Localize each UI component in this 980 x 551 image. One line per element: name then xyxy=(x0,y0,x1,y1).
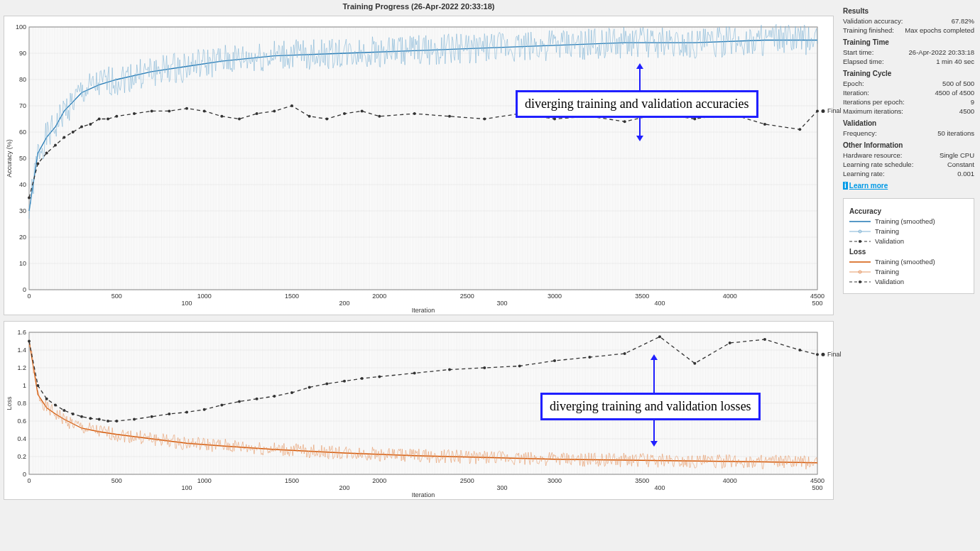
row-lr: Learning rate:0.001 xyxy=(843,170,974,178)
legend-item: Validation xyxy=(849,237,968,245)
legend-line-icon xyxy=(849,239,871,244)
legend-line-icon xyxy=(849,219,871,224)
row-val-acc: Validation accuracy:67.82% xyxy=(843,17,974,25)
legend-line-icon xyxy=(849,279,871,285)
info-icon: i xyxy=(843,182,848,190)
charts-panel: Training Progress (26-Apr-2022 20:33:18)… xyxy=(0,0,837,551)
heading-cycle: Training Cycle xyxy=(843,70,974,77)
arrow-up-icon xyxy=(643,354,665,394)
row-epoch: Epoch:500 of 500 xyxy=(843,80,974,87)
row-lrs: Learning rate schedule:Constant xyxy=(843,160,974,168)
row-start: Start time:26-Apr-2022 20:33:18 xyxy=(843,48,974,56)
annotation-accuracy: diverging training and validation accura… xyxy=(516,90,758,118)
sidebar: Results Validation accuracy:67.82% Train… xyxy=(837,0,980,551)
legend-loss-h: Loss xyxy=(849,248,968,256)
legend-item: Training (smoothed) xyxy=(849,258,968,266)
row-train-finished: Training finished:Max epochs completed xyxy=(843,26,974,34)
svg-marker-1 xyxy=(636,63,643,69)
legend-item: Validation xyxy=(849,278,968,285)
heading-time: Training Time xyxy=(843,38,974,46)
legend-line-icon xyxy=(849,269,871,275)
legend-line-icon xyxy=(849,259,871,265)
svg-marker-5 xyxy=(650,354,658,360)
svg-point-17 xyxy=(859,280,861,283)
heading-other: Other Information xyxy=(843,141,974,149)
accuracy-chart: diverging training and validation accura… xyxy=(4,16,834,315)
app: Training Progress (26-Apr-2022 20:33:18)… xyxy=(0,0,980,551)
learn-more-link[interactable]: iLearn more xyxy=(843,182,974,190)
heading-validation: Validation xyxy=(843,119,974,127)
row-iter: Iteration:4500 of 4500 xyxy=(843,89,974,97)
row-freq: Frequency:50 iterations xyxy=(843,129,974,137)
legend-line-icon xyxy=(849,229,871,234)
row-hw: Hardware resource:Single CPU xyxy=(843,151,974,159)
legend-item: Training xyxy=(849,268,968,276)
page-title: Training Progress (26-Apr-2022 20:33:18) xyxy=(4,0,834,13)
arrow-up-icon xyxy=(629,63,650,92)
row-elapsed: Elapsed time:1 min 40 sec xyxy=(843,58,974,65)
legend-acc-h: Accuracy xyxy=(849,207,968,215)
svg-point-12 xyxy=(859,240,861,243)
legend: Accuracy Training (smoothed) Training Va… xyxy=(843,198,974,294)
row-maxiter: Maximum iterations:4500 xyxy=(843,107,974,115)
row-ipe: Iterations per epoch:9 xyxy=(843,98,974,106)
legend-item: Training (smoothed) xyxy=(849,217,968,225)
svg-marker-7 xyxy=(650,441,658,447)
annotation-loss: diverging training and validation losses xyxy=(540,393,761,420)
heading-results: Results xyxy=(843,7,974,15)
loss-chart: diverging training and validation losses xyxy=(4,321,834,500)
legend-item: Training xyxy=(849,227,968,235)
svg-marker-3 xyxy=(636,136,643,141)
